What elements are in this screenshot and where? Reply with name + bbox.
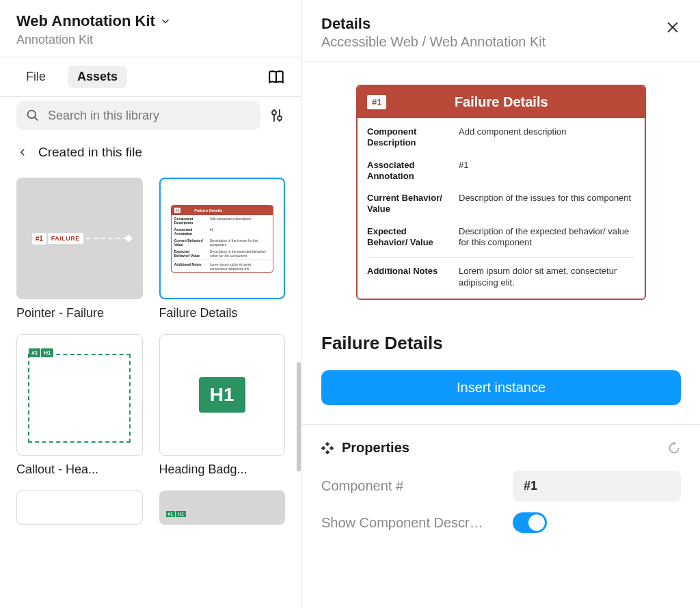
svg-point-1 [27, 111, 36, 119]
section-title: Created in this file [38, 145, 142, 160]
asset-thumbnail: H1 [159, 334, 286, 456]
asset-peek-2[interactable]: #1 H1 [159, 490, 286, 525]
svg-rect-9 [325, 442, 329, 446]
asset-label: Failure Details [159, 306, 286, 320]
breadcrumb: Accessible Web / Web Annotation Kit [321, 34, 656, 50]
library-switcher[interactable]: Web Annotation Kit [16, 12, 285, 30]
asset-callout-heading[interactable]: #1 H1 Callout - Hea... [16, 334, 143, 477]
asset-peek-1[interactable] [16, 490, 143, 525]
properties-title: Properties [342, 440, 659, 456]
reset-icon[interactable] [667, 441, 681, 455]
library-subtitle: Annotation Kit [16, 33, 285, 47]
details-title: Details [321, 15, 656, 33]
insert-instance-button[interactable]: Insert instance [321, 370, 681, 405]
asset-label: Heading Badg... [159, 462, 286, 477]
asset-heading-badge[interactable]: H1 Heading Badg... [159, 334, 286, 477]
svg-rect-12 [325, 450, 329, 454]
asset-thumbnail: #1 H1 [16, 334, 143, 456]
svg-rect-10 [321, 445, 325, 450]
chevron-left-icon [16, 146, 29, 158]
search-input[interactable] [48, 109, 251, 123]
search-box[interactable] [16, 101, 260, 130]
prop-toggle-show-desc[interactable] [513, 512, 547, 533]
asset-thumbnail [16, 490, 143, 525]
scrollbar[interactable] [297, 362, 301, 471]
asset-label: Callout - Hea... [16, 462, 143, 477]
library-book-icon[interactable] [267, 68, 285, 86]
component-preview: #1 Failure Details Component Description… [302, 61, 700, 320]
component-name: Failure Details [302, 320, 700, 370]
search-icon [26, 108, 40, 123]
properties-icon [321, 442, 334, 454]
tab-assets[interactable]: Assets [68, 66, 127, 88]
asset-thumbnail: #1 FAILURE [16, 178, 143, 299]
asset-label: Pointer - Failure [16, 306, 143, 320]
prop-input-component-num[interactable] [513, 471, 681, 501]
svg-rect-11 [329, 445, 334, 450]
preview-title: Failure Details [386, 94, 616, 110]
svg-line-2 [34, 117, 38, 120]
filter-icon[interactable] [269, 107, 285, 124]
prop-label-show-desc: Show Component Descr… [321, 515, 502, 531]
asset-pointer-failure[interactable]: #1 FAILURE Pointer - Failure [16, 178, 143, 320]
svg-point-4 [272, 111, 276, 115]
close-icon[interactable] [664, 19, 681, 36]
asset-thumbnail: #1 H1 [159, 490, 286, 525]
section-back[interactable]: Created in this file [0, 135, 301, 165]
tab-file[interactable]: File [16, 66, 55, 88]
asset-failure-details[interactable]: #1Failure Details Component DescriptionA… [159, 178, 286, 320]
prop-label-component-num: Component # [321, 478, 502, 494]
preview-badge-num: #1 [367, 95, 386, 109]
library-title: Web Annotation Kit [16, 12, 155, 30]
chevron-down-icon [159, 15, 172, 27]
svg-point-6 [278, 116, 282, 120]
asset-thumbnail: #1Failure Details Component DescriptionA… [159, 178, 286, 299]
